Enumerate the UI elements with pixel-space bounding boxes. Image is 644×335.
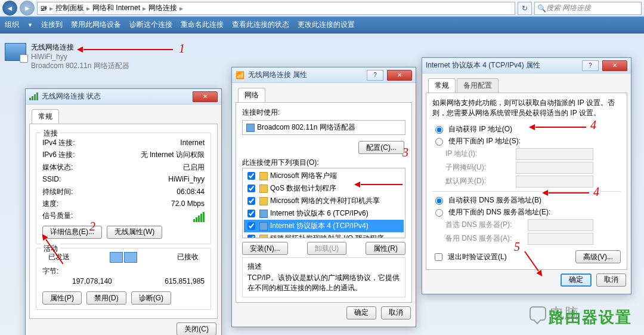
radio-auto-dns[interactable] xyxy=(435,197,443,205)
cmd-status[interactable]: 查看此连接的状态 xyxy=(232,20,289,30)
crumb-2[interactable]: 网络连接 xyxy=(148,3,177,13)
diagnose-button[interactable]: 诊断(G) xyxy=(131,291,171,305)
item-properties-button[interactable]: 属性(R) xyxy=(366,242,405,255)
group-connection-legend: 连接 xyxy=(41,128,60,139)
close-dialog-button[interactable]: 关闭(C) xyxy=(177,322,216,335)
cmd-disable[interactable]: 禁用此网络设备 xyxy=(71,20,121,30)
advanced-button[interactable]: 高级(V)... xyxy=(575,250,621,263)
validate-label: 退出时验证设置(L) xyxy=(448,252,507,262)
tab-network[interactable]: 网络 xyxy=(238,88,265,102)
configure-button[interactable]: 配置(C)... xyxy=(358,141,404,154)
component-icon xyxy=(259,235,268,239)
crumb-0[interactable]: 控制面板 xyxy=(55,3,84,13)
close-button[interactable]: ✕ xyxy=(602,60,627,71)
ipv4-label: IPv4 连接: xyxy=(42,137,75,149)
close-button[interactable]: ✕ xyxy=(193,91,218,102)
nav-forward-button[interactable]: ► xyxy=(20,1,35,16)
ok-button[interactable]: 确定 xyxy=(561,273,592,287)
radio-auto-dns-label: 自动获得 DNS 服务器地址(B) xyxy=(448,195,541,205)
signal-label: 信号质量: xyxy=(42,210,73,222)
adapter-field: Broadcom 802.11n 网络适配器 xyxy=(242,120,405,135)
item-label: Internet 协议版本 4 (TCP/IPv4) xyxy=(270,221,369,231)
connection-item[interactable]: 无线网络连接 HiWiFi_hyy Broadcom 802.11n 网络适配器 xyxy=(5,43,129,71)
annotation-arrow-1 xyxy=(83,49,173,50)
radio-auto-ip[interactable] xyxy=(435,126,443,134)
search-input[interactable]: 🔍 搜索 网络连接 xyxy=(534,2,642,15)
tab-general[interactable]: 常规 xyxy=(428,78,456,93)
refresh-button[interactable]: ↻ xyxy=(518,2,532,15)
annotation-label-4a: 4 xyxy=(590,118,596,132)
help-button[interactable]: ? xyxy=(367,70,383,81)
validate-checkbox[interactable] xyxy=(435,253,442,261)
cmd-change-settings[interactable]: 更改此连接的设置 xyxy=(298,20,355,30)
item-checkbox[interactable] xyxy=(247,197,255,205)
list-item[interactable]: Internet 协议版本 6 (TCP/IPv6) xyxy=(244,207,404,220)
tcpip-dialog: Internet 协议版本 4 (TCP/IPv4) 属性 ? ✕ 常规 备用配… xyxy=(422,57,631,294)
dns1-label: 首选 DNS 服务器(P): xyxy=(445,220,523,230)
close-button[interactable]: ✕ xyxy=(387,70,412,81)
description-label: 描述 xyxy=(247,262,400,272)
dns2-field xyxy=(528,233,593,245)
item-checkbox[interactable] xyxy=(247,210,255,217)
adapter-name: Broadcom 802.11n 网络适配器 xyxy=(257,122,355,133)
disable-button[interactable]: 禁用(D) xyxy=(86,291,126,305)
duration-value: 06:08:44 xyxy=(177,186,205,198)
gateway-label: 默认网关(D): xyxy=(445,176,511,186)
crumb-1[interactable]: 网络和 Internet xyxy=(92,3,140,13)
tab-alternate[interactable]: 备用配置 xyxy=(457,78,499,93)
duration-label: 持续时间: xyxy=(42,186,73,198)
radio-auto-ip-label: 自动获得 IP 地址(O) xyxy=(448,124,512,134)
cmd-rename[interactable]: 重命名此连接 xyxy=(181,20,224,30)
ssid-value: HiWiFi_hyy xyxy=(168,173,205,185)
cancel-button[interactable]: 取消 xyxy=(381,306,411,319)
cmd-diagnose[interactable]: 诊断这个连接 xyxy=(129,20,172,30)
status-dialog: 无线网络连接 状态 ✕ 常规 连接 IPv4 连接:Internet IPv6 … xyxy=(25,88,222,335)
list-item[interactable]: Internet 协议版本 4 (TCP/IPv4) xyxy=(244,220,404,232)
item-label: Internet 协议版本 6 (TCP/IPv6) xyxy=(270,208,369,219)
ipv4-value: Internet xyxy=(180,137,205,149)
nav-back-button[interactable]: ◄ xyxy=(2,1,17,16)
list-item[interactable]: 链路层拓扑发现映射器 I/O 驱动程序 xyxy=(244,232,404,238)
bytes-recv-value: 615,851,985 xyxy=(165,277,205,285)
annotation-label-1: 1 xyxy=(179,42,185,56)
search-placeholder: 搜索 网络连接 xyxy=(546,3,591,13)
help-button[interactable]: ? xyxy=(582,60,599,71)
item-checkbox[interactable] xyxy=(247,222,255,230)
bytes-label: 字节: xyxy=(42,265,58,277)
list-item[interactable]: Microsoft 网络的文件和打印机共享 xyxy=(244,195,404,207)
intro-text: 如果网络支持此功能，则可以获取自动指派的 IP 设置。否则，您需要从网络系统管理… xyxy=(432,98,621,118)
item-checkbox[interactable] xyxy=(247,172,255,180)
properties-button[interactable]: 属性(P) xyxy=(42,291,82,305)
component-icon xyxy=(259,172,268,180)
radio-manual-dns[interactable] xyxy=(435,209,443,217)
ok-button[interactable]: 确定 xyxy=(346,306,376,319)
annotation-label-2: 2 xyxy=(89,220,95,233)
signal-strength-icon xyxy=(193,210,205,222)
list-item[interactable]: Microsoft 网络客户端 xyxy=(244,170,404,182)
speed-value: 72.0 Mbps xyxy=(171,198,205,210)
tab-general[interactable]: 常规 xyxy=(32,109,59,124)
cmd-connect-to[interactable]: 连接到 xyxy=(41,20,63,30)
item-checkbox[interactable] xyxy=(247,185,255,192)
cmd-organize[interactable]: 组织 xyxy=(5,20,19,30)
wireless-properties-button[interactable]: 无线属性(W) xyxy=(107,226,162,239)
radio-manual-dns-label: 使用下面的 DNS 服务器地址(E): xyxy=(448,207,550,217)
radio-manual-ip[interactable] xyxy=(435,138,443,146)
item-label: 链路层拓扑发现映射器 I/O 驱动程序 xyxy=(270,233,384,238)
breadcrumb[interactable]: 🖳 ▸ 控制面板 ▸ 网络和 Internet ▸ 网络连接 ▸ xyxy=(37,2,515,15)
component-icon xyxy=(259,185,268,193)
item-checkbox[interactable] xyxy=(247,235,255,238)
cancel-button[interactable]: 取消 xyxy=(596,273,626,287)
item-label: Microsoft 网络客户端 xyxy=(270,171,337,181)
ipv6-label: IPv6 连接: xyxy=(42,149,75,161)
received-label: 已接收 xyxy=(177,252,199,262)
annotation-label-4b: 4 xyxy=(593,185,599,199)
install-button[interactable]: 安装(N)... xyxy=(242,242,288,255)
connection-ssid: HiWiFi_hyy xyxy=(31,53,129,62)
media-value: 已启用 xyxy=(183,161,205,173)
uninstall-button[interactable]: 卸载(U) xyxy=(307,242,347,255)
media-label: 媒体状态: xyxy=(42,161,73,173)
activity-icon xyxy=(110,252,137,263)
gateway-field xyxy=(516,176,593,188)
network-items-listbox[interactable]: Microsoft 网络客户端QoS 数据包计划程序Microsoft 网络的文… xyxy=(242,168,405,238)
